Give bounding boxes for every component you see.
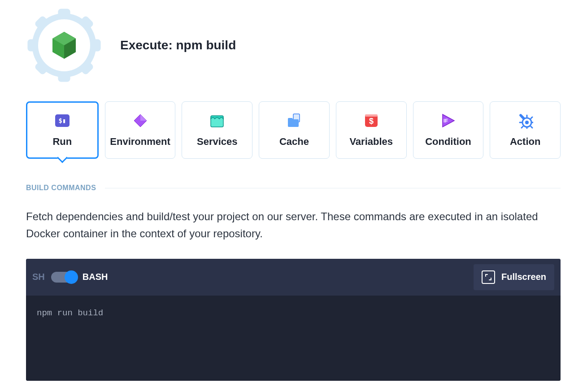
shell-bash-label: BASH [83, 272, 108, 282]
fullscreen-button[interactable]: Fullscreen [474, 264, 554, 290]
svg-rect-16 [211, 117, 223, 127]
tab-label: Environment [110, 136, 170, 148]
if-play-icon: IF [440, 113, 456, 129]
tabs: $▮ Run Environment Services Cache [26, 101, 561, 159]
section-title: BUILD COMMANDS [26, 184, 96, 192]
tab-label: Action [510, 136, 540, 148]
node-hexagon-icon [52, 31, 77, 60]
editor-toolbar: SH BASH Fullscreen [26, 259, 561, 296]
diamond-icon [132, 113, 148, 129]
wrench-gear-icon [517, 113, 533, 129]
section-description: Fetch dependencies and build/test your p… [26, 208, 555, 243]
fullscreen-label: Fullscreen [501, 272, 546, 282]
tab-cache[interactable]: Cache [259, 101, 330, 159]
tab-label: Cache [279, 136, 309, 148]
svg-text:$: $ [369, 117, 374, 126]
section-header: BUILD COMMANDS [26, 184, 561, 192]
tab-label: Condition [425, 136, 471, 148]
svg-text:$▮: $▮ [58, 117, 66, 124]
divider [105, 188, 561, 188]
box-icon [209, 113, 225, 129]
action-logo [26, 7, 102, 83]
tab-run[interactable]: $▮ Run [26, 101, 99, 159]
shell-toggle: SH BASH [32, 272, 108, 283]
fullscreen-icon [482, 270, 495, 284]
svg-text:IF: IF [444, 118, 448, 123]
header: Execute: npm build [26, 7, 561, 83]
svg-marker-15 [140, 114, 147, 121]
tab-label: Run [52, 136, 72, 148]
terminal-icon: $▮ [54, 113, 70, 129]
code-editor: SH BASH Fullscreen npm run build [26, 259, 561, 381]
shell-sh-label: SH [32, 272, 45, 282]
tab-condition[interactable]: IF Condition [413, 101, 484, 159]
page-title: Execute: npm build [120, 38, 236, 52]
editor-body[interactable]: npm run build [26, 296, 561, 381]
editor-content: npm run build [37, 308, 103, 318]
tab-action[interactable]: Action [490, 101, 561, 159]
dollar-icon: $ [363, 113, 379, 129]
folder-icon [286, 113, 302, 129]
tab-label: Services [197, 136, 238, 148]
shell-switch[interactable] [51, 272, 76, 283]
switch-knob [65, 270, 78, 284]
tab-variables[interactable]: $ Variables [336, 101, 407, 159]
tab-label: Variables [349, 136, 393, 148]
tab-environment[interactable]: Environment [105, 101, 176, 159]
tab-services[interactable]: Services [182, 101, 252, 159]
svg-point-24 [525, 121, 529, 124]
